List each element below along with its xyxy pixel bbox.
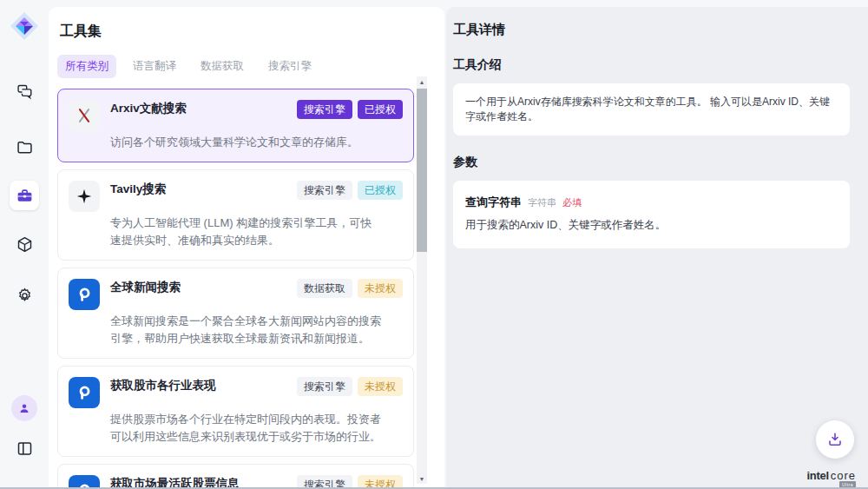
tool-list: Arxiv文献搜索 搜索引擎 已授权 访问各个研究领域大量科学论文和文章的存储库… — [57, 89, 414, 489]
user-avatar[interactable] — [10, 393, 39, 423]
tool-card[interactable]: 全球新闻搜索 数据获取 未授权 全球新闻搜索是一个聚合全球各大新闻网站内容的搜索… — [57, 268, 414, 359]
params-heading: 参数 — [453, 155, 850, 170]
tool-description: 访问各个研究领域大量科学论文和文章的存储库。 — [110, 134, 381, 151]
category-tab[interactable]: 语言翻译 — [125, 55, 184, 78]
chat-icon[interactable] — [10, 76, 39, 106]
layout-panel-icon[interactable] — [10, 433, 39, 463]
category-badge: 搜索引擎 — [297, 377, 352, 396]
details-panel-title: 工具详情 — [453, 22, 850, 38]
category-tabs: 所有类别语言翻译数据获取搜索引擎 — [57, 55, 444, 78]
parameter-description: 用于搜索的Arxiv ID、关键字或作者姓名。 — [465, 218, 838, 233]
arxiv-logo-icon — [69, 100, 100, 131]
tools-panel-title: 工具集 — [60, 23, 444, 41]
intel-core-logo: intel core Ultra — [806, 469, 856, 482]
app-logo-icon — [9, 10, 40, 42]
parameter-type: 字符串 — [528, 196, 556, 209]
tool-name: 获取股市各行业表现 — [110, 377, 216, 394]
category-badge: 搜索引擎 — [297, 100, 352, 119]
intro-heading: 工具介绍 — [453, 57, 850, 73]
category-badge: 搜索引擎 — [297, 181, 352, 200]
tool-description: 全球新闻搜索是一个聚合全球各大新闻网站内容的搜索引擎，帮助用户快速获取全球最新资… — [110, 313, 381, 347]
category-tab[interactable]: 数据获取 — [193, 55, 252, 78]
scrollbar-thumb[interactable] — [417, 89, 427, 252]
settings-gear-icon[interactable] — [10, 281, 39, 310]
sidebar-nav — [10, 42, 39, 310]
sparkle-icon — [69, 181, 100, 212]
scroll-up-arrow-icon[interactable]: ▲ — [417, 76, 427, 87]
left-sidebar — [0, 0, 49, 489]
parameter-item: 查询字符串 字符串 必填 用于搜索的Arxiv ID、关键字或作者姓名。 — [453, 181, 850, 248]
download-button[interactable] — [816, 420, 854, 459]
parameter-required-badge: 必填 — [562, 196, 582, 209]
tool-card[interactable]: 获取股市各行业表现 搜索引擎 未授权 提供股票市场各个行业在特定时间段内的表现。… — [57, 366, 414, 457]
tools-list-scrollbar[interactable]: ▲ ▼ — [417, 76, 427, 484]
tool-name: 全球新闻搜索 — [110, 279, 181, 296]
tool-details-panel: 工具详情 工具介绍 一个用于从Arxiv存储库搜索科学论文和文章的工具。 输入可… — [446, 7, 868, 489]
folder-icon[interactable] — [10, 132, 39, 162]
scroll-down-arrow-icon[interactable]: ▼ — [417, 473, 427, 484]
tool-name: Arxiv文献搜索 — [110, 100, 187, 117]
auth-status-badge: 未授权 — [358, 377, 403, 396]
tool-name: Tavily搜索 — [110, 181, 166, 198]
tool-card[interactable]: Arxiv文献搜索 搜索引擎 已授权 访问各个研究领域大量科学论文和文章的存储库… — [57, 89, 414, 162]
auth-status-badge: 已授权 — [358, 100, 403, 119]
cube-icon[interactable] — [10, 229, 39, 259]
parameter-name: 查询字符串 — [465, 195, 522, 210]
juhe-icon — [69, 279, 100, 310]
category-badge: 数据获取 — [297, 279, 352, 298]
tool-intro-text: 一个用于从Arxiv存储库搜索科学论文和文章的工具。 输入可以是Arxiv ID… — [453, 83, 850, 135]
auth-status-badge: 已授权 — [358, 181, 403, 200]
juhe-icon — [69, 377, 100, 408]
category-tab[interactable]: 搜索引擎 — [260, 55, 319, 78]
tool-card[interactable]: 获取市场最活跃股票信息 搜索引擎 未授权 提供当天交易量最高的股票列表，投资者可… — [57, 464, 414, 489]
toolbox-icon[interactable] — [10, 181, 39, 210]
tool-description: 提供股票市场各个行业在特定时间段内的表现。投资者可以利用这些信息来识别表现优于或… — [110, 411, 381, 446]
tool-description: 专为人工智能代理 (LLM) 构建的搜索引擎工具，可快速提供实时、准确和真实的结… — [110, 215, 381, 249]
tools-panel: 工具集 所有类别语言翻译数据获取搜索引擎 Arxiv文献搜索 搜索引擎 已授权 … — [49, 7, 444, 489]
auth-status-badge: 未授权 — [358, 279, 403, 298]
tool-card[interactable]: Tavily搜索 搜索引擎 已授权 专为人工智能代理 (LLM) 构建的搜索引擎… — [57, 169, 414, 261]
category-tab[interactable]: 所有类别 — [57, 55, 116, 78]
